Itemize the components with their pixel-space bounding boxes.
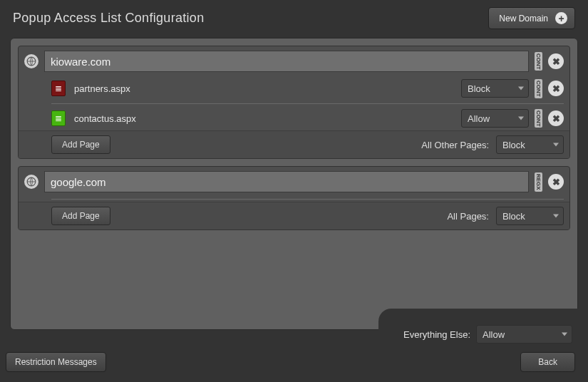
domain-name-input[interactable] — [44, 171, 529, 192]
chevron-down-icon — [553, 143, 559, 147]
page-icon: ≣ — [51, 110, 66, 126]
all-pages-value: Block — [502, 211, 525, 222]
domain-list-panel: CONT ✖ ≣ Block CONT ✖ ≣ Allow CONT ✖ — [10, 38, 578, 330]
chevron-down-icon — [553, 215, 559, 218]
divider — [51, 103, 564, 104]
delete-page-button[interactable]: ✖ — [548, 110, 564, 126]
chevron-down-icon — [518, 117, 524, 120]
page-name-input[interactable] — [71, 81, 455, 97]
globe-icon — [24, 54, 38, 68]
domain-block: REGX ✖ Add Page All Pages: Block — [18, 166, 570, 230]
page-row: ≣ Allow CONT ✖ — [19, 106, 569, 131]
delete-page-button[interactable]: ✖ — [548, 81, 564, 96]
page-action-value: Block — [468, 83, 490, 94]
new-domain-label: New Domain — [499, 14, 548, 24]
page-action-select[interactable]: Block — [461, 79, 529, 98]
add-page-button[interactable]: Add Page — [51, 207, 110, 225]
divider — [51, 199, 564, 200]
all-other-pages-select[interactable]: Block — [496, 135, 564, 154]
match-type-badge: CONT — [535, 79, 542, 98]
all-other-pages-value: Block — [502, 140, 525, 150]
everything-else-label: Everything Else: — [403, 329, 470, 340]
chevron-down-icon — [518, 87, 524, 91]
match-type-badge: CONT — [535, 52, 542, 71]
match-type-badge: REGX — [535, 172, 542, 192]
new-domain-button[interactable]: New Domain + — [488, 7, 575, 29]
everything-else-value: Allow — [483, 329, 505, 340]
page-action-value: Allow — [468, 113, 490, 124]
page-name-input[interactable] — [71, 110, 455, 127]
page-action-select[interactable]: Allow — [461, 109, 529, 128]
domain-name-input[interactable] — [44, 51, 529, 72]
chevron-down-icon — [562, 333, 567, 336]
delete-domain-button[interactable]: ✖ — [548, 53, 564, 69]
add-page-button[interactable]: Add Page — [51, 135, 110, 154]
globe-icon — [24, 175, 38, 189]
page-title: Popup Access List Configuration — [13, 11, 204, 26]
everything-else-select[interactable]: Allow — [476, 325, 572, 344]
match-type-badge: CONT — [535, 109, 542, 128]
restriction-messages-button[interactable]: Restriction Messages — [6, 352, 106, 372]
delete-domain-button[interactable]: ✖ — [548, 174, 564, 190]
all-pages-select[interactable]: Block — [496, 207, 564, 225]
page-icon: ≣ — [51, 81, 66, 96]
domain-block: CONT ✖ ≣ Block CONT ✖ ≣ Allow CONT ✖ — [18, 46, 570, 159]
plus-icon: + — [555, 12, 567, 24]
all-other-pages-label: All Other Pages: — [421, 140, 489, 150]
page-row: ≣ Block CONT ✖ — [19, 76, 569, 101]
all-pages-label: All Pages: — [447, 211, 489, 222]
back-button[interactable]: Back — [520, 352, 575, 372]
